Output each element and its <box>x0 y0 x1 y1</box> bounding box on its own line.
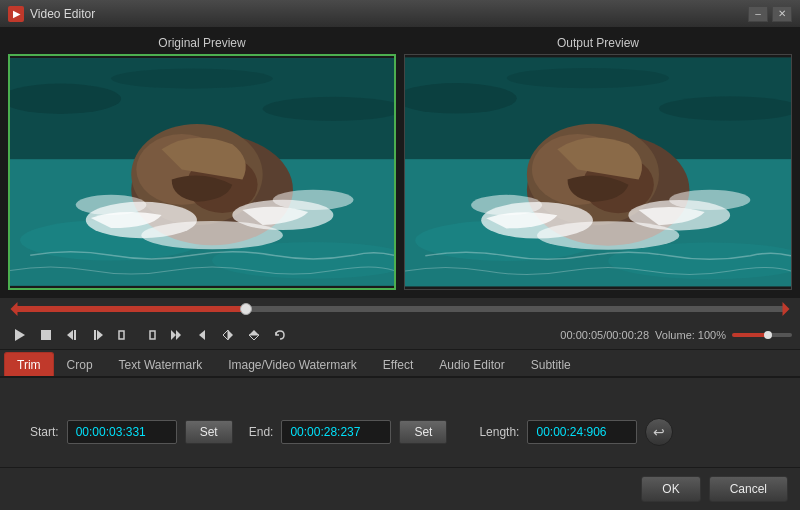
output-video[interactable] <box>404 54 792 290</box>
svg-marker-43 <box>171 330 176 340</box>
volume-slider[interactable] <box>732 333 792 337</box>
svg-marker-48 <box>249 335 259 340</box>
length-input[interactable] <box>527 420 637 444</box>
svg-point-33 <box>669 190 750 210</box>
time-display: 00:00:05/00:00:28 <box>560 329 649 341</box>
svg-marker-36 <box>67 330 73 340</box>
timeline-start-marker <box>11 302 18 316</box>
end-label: End: <box>249 425 274 439</box>
set-start-button[interactable]: Set <box>185 420 233 444</box>
svg-point-4 <box>111 68 273 88</box>
start-input[interactable] <box>67 420 177 444</box>
svg-marker-44 <box>199 330 205 340</box>
tab-image-video-watermark[interactable]: Image/Video Watermark <box>215 352 370 376</box>
next-frame-button[interactable] <box>86 324 110 346</box>
mirror-h-button[interactable] <box>216 324 240 346</box>
end-group: End: Set <box>249 420 448 444</box>
volume-info: 00:00:05/00:00:28 Volume: 100% <box>560 329 792 341</box>
length-group: Length: ↩ <box>479 418 673 446</box>
preview-area: Original Preview <box>0 28 800 298</box>
end-input[interactable] <box>281 420 391 444</box>
svg-marker-34 <box>15 329 25 341</box>
tabs-bar: Trim Crop Text Watermark Image/Video Wat… <box>0 350 800 378</box>
original-preview-label: Original Preview <box>158 36 245 50</box>
prev-button[interactable] <box>190 324 214 346</box>
close-button[interactable]: ✕ <box>772 6 792 22</box>
original-preview-panel: Original Preview <box>8 36 396 290</box>
volume-thumb <box>764 331 772 339</box>
cancel-button[interactable]: Cancel <box>709 476 788 502</box>
reset-button[interactable]: ↩ <box>645 418 673 446</box>
trim-controls: Start: Set End: Set Length: ↩ <box>30 418 770 446</box>
start-group: Start: Set <box>30 420 233 444</box>
playback-controls: 00:00:05/00:00:28 Volume: 100% <box>0 320 800 350</box>
start-label: Start: <box>30 425 59 439</box>
svg-marker-45 <box>228 330 233 340</box>
svg-point-15 <box>76 195 147 215</box>
play-button[interactable] <box>8 324 32 346</box>
svg-rect-41 <box>150 331 155 339</box>
svg-rect-39 <box>94 330 96 340</box>
split-button[interactable] <box>164 324 188 346</box>
svg-point-32 <box>471 195 542 215</box>
output-preview-label: Output Preview <box>557 36 639 50</box>
svg-point-31 <box>537 221 679 249</box>
svg-rect-37 <box>74 330 76 340</box>
svg-marker-46 <box>223 330 228 340</box>
bottom-bar: OK Cancel <box>0 467 800 510</box>
set-end-button[interactable]: Set <box>399 420 447 444</box>
ok-button[interactable]: OK <box>641 476 700 502</box>
app-title: Video Editor <box>30 7 748 21</box>
length-label: Length: <box>479 425 519 439</box>
svg-marker-47 <box>249 330 259 335</box>
prev-frame-button[interactable] <box>60 324 84 346</box>
svg-rect-35 <box>41 330 51 340</box>
minimize-button[interactable]: – <box>748 6 768 22</box>
undo-button[interactable] <box>268 324 292 346</box>
timeline-end-marker <box>783 302 790 316</box>
timeline-thumb[interactable] <box>240 303 252 315</box>
timeline-track[interactable] <box>14 306 786 312</box>
app-icon: ▶ <box>8 6 24 22</box>
svg-point-16 <box>273 190 354 210</box>
svg-point-14 <box>141 221 282 249</box>
tab-crop[interactable]: Crop <box>54 352 106 376</box>
svg-rect-40 <box>119 331 124 339</box>
timeline-bar[interactable] <box>0 298 800 320</box>
svg-marker-38 <box>97 330 103 340</box>
tab-text-watermark[interactable]: Text Watermark <box>106 352 216 376</box>
output-preview-panel: Output Preview <box>404 36 792 290</box>
original-video[interactable] <box>8 54 396 290</box>
stop-button[interactable] <box>34 324 58 346</box>
tab-subtitle[interactable]: Subtitle <box>518 352 584 376</box>
window-controls: – ✕ <box>748 6 792 22</box>
mirror-v-button[interactable] <box>242 324 266 346</box>
volume-label: Volume: 100% <box>655 329 726 341</box>
tab-audio-editor[interactable]: Audio Editor <box>426 352 517 376</box>
title-bar: ▶ Video Editor – ✕ <box>0 0 800 28</box>
clip-end-button[interactable] <box>138 324 162 346</box>
svg-point-21 <box>507 68 670 88</box>
tab-trim[interactable]: Trim <box>4 352 54 376</box>
clip-start-button[interactable] <box>112 324 136 346</box>
tab-effect[interactable]: Effect <box>370 352 426 376</box>
svg-marker-42 <box>176 330 181 340</box>
